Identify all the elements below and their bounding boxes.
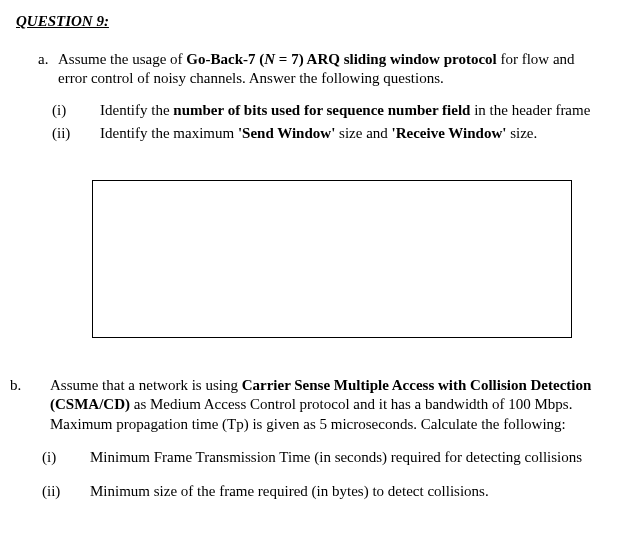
text-pre: Identify the xyxy=(100,102,173,118)
part-a: a. Assume the usage of Go-Back-7 (N = 7)… xyxy=(10,50,618,89)
part-a-intro-bold2: = 7) ARQ sliding window protocol xyxy=(275,51,497,67)
part-b-item-1-label: (i) xyxy=(42,448,90,468)
answer-box xyxy=(92,180,572,338)
part-b-item-2: (ii) Minimum size of the frame required … xyxy=(10,482,618,502)
text-post: in the header frame xyxy=(470,102,590,118)
part-a-intro-italic: N xyxy=(264,51,275,67)
part-a-intro-pre: Assume the usage of xyxy=(58,51,186,67)
part-b-item-1: (i) Minimum Frame Transmission Time (in … xyxy=(10,448,618,468)
part-b-item-2-content: Minimum size of the frame required (in b… xyxy=(90,482,618,502)
part-b-label: b. xyxy=(10,376,50,435)
text-post: size. xyxy=(506,125,537,141)
part-b-item-1-content: Minimum Frame Transmission Time (in seco… xyxy=(90,448,618,468)
part-a-item-2-content: Identify the maximum 'Send Window' size … xyxy=(100,124,618,144)
part-a-label: a. xyxy=(10,50,58,89)
part-b-intro-pre: Assume that a network is using xyxy=(50,377,242,393)
part-a-item-2: (ii) Identify the maximum 'Send Window' … xyxy=(10,124,618,144)
part-a-content: Assume the usage of Go-Back-7 (N = 7) AR… xyxy=(58,50,618,89)
part-a-item-1-label: (i) xyxy=(52,101,100,121)
part-a-item-2-label: (ii) xyxy=(52,124,100,144)
part-a-item-1: (i) Identify the number of bits used for… xyxy=(10,101,618,121)
text-mid: size and xyxy=(335,125,391,141)
part-b-content: Assume that a network is using Carrier S… xyxy=(50,376,618,435)
part-a-item-1-content: Identify the number of bits used for seq… xyxy=(100,101,618,121)
part-b-item-2-label: (ii) xyxy=(42,482,90,502)
part-b: b. Assume that a network is using Carrie… xyxy=(10,376,618,435)
text-bold1: 'Send Window' xyxy=(238,125,335,141)
question-heading: QUESTION 9: xyxy=(16,12,618,32)
text-bold2: 'Receive Window' xyxy=(392,125,507,141)
text-bold: number of bits used for sequence number … xyxy=(173,102,470,118)
text-pre: Identify the maximum xyxy=(100,125,238,141)
part-a-intro-bold1: Go-Back-7 ( xyxy=(186,51,264,67)
